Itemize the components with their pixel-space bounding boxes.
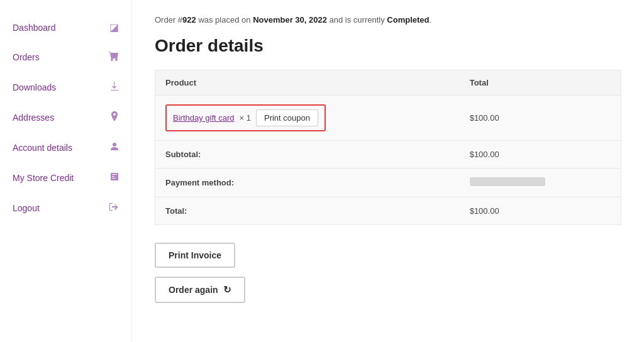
payment-method-value xyxy=(460,168,621,197)
subtotal-label: Subtotal: xyxy=(155,141,460,168)
sidebar-item-addresses[interactable]: Addresses xyxy=(0,102,131,133)
order-again-label: Order again xyxy=(169,285,218,295)
print-coupon-button[interactable]: Print coupon xyxy=(256,109,318,126)
order-again-button[interactable]: Order again ↻ xyxy=(155,277,245,303)
order-notice-prefix: Order # xyxy=(155,15,182,25)
product-quantity: × 1 xyxy=(240,113,251,123)
sidebar-item-label: Dashboard xyxy=(13,23,109,33)
sidebar-item-label: Account details xyxy=(13,143,110,153)
product-row: Birthday gift card × 1 Print coupon $100… xyxy=(155,96,621,141)
downloads-icon xyxy=(110,81,119,94)
payment-method-blur xyxy=(470,177,545,186)
order-notice-suffix: and is currently xyxy=(327,15,387,25)
order-number: 922 xyxy=(182,15,196,25)
dashboard-icon: ◪ xyxy=(109,21,119,33)
orders-icon xyxy=(109,51,119,63)
logout-icon xyxy=(109,202,119,214)
total-value: $100.00 xyxy=(460,197,621,225)
total-label: Total: xyxy=(155,197,460,225)
print-invoice-button[interactable]: Print Invoice xyxy=(155,243,235,268)
product-link[interactable]: Birthday gift card xyxy=(173,113,235,123)
order-table: Product Total Birthday gift card × 1 Pri… xyxy=(155,70,621,225)
action-buttons: Print Invoice Order again ↻ xyxy=(155,243,621,303)
sidebar-item-label: My Store Credit xyxy=(13,173,110,183)
sidebar-item-account-details[interactable]: Account details xyxy=(0,133,131,163)
account-icon xyxy=(110,141,119,154)
product-cell: Birthday gift card × 1 Print coupon xyxy=(155,96,460,141)
addresses-icon xyxy=(110,111,119,124)
main-content: Order #922 was placed on November 30, 20… xyxy=(132,0,644,342)
sidebar-item-logout[interactable]: Logout xyxy=(0,193,131,223)
sidebar-item-dashboard[interactable]: Dashboard ◪ xyxy=(0,13,131,42)
sidebar-item-label: Downloads xyxy=(13,82,110,92)
sidebar-item-label: Logout xyxy=(13,203,109,213)
order-notice-middle: was placed on xyxy=(196,15,253,25)
payment-method-row: Payment method: xyxy=(155,168,621,197)
product-total: $100.00 xyxy=(460,96,621,141)
sidebar-item-label: Orders xyxy=(13,52,109,62)
sidebar-item-my-store-credit[interactable]: My Store Credit xyxy=(0,163,131,193)
store-credit-icon xyxy=(110,172,119,184)
product-column-header: Product xyxy=(155,70,460,96)
product-highlight-wrapper: Birthday gift card × 1 Print coupon xyxy=(165,104,326,131)
order-date: November 30, 2022 xyxy=(253,15,327,25)
page-title: Order details xyxy=(155,36,621,56)
payment-method-label: Payment method: xyxy=(155,168,460,197)
order-notice: Order #922 was placed on November 30, 20… xyxy=(155,15,621,25)
subtotal-row: Subtotal: $100.00 xyxy=(155,141,621,168)
refresh-icon: ↻ xyxy=(223,284,231,295)
total-column-header: Total xyxy=(460,70,621,96)
sidebar-item-downloads[interactable]: Downloads xyxy=(0,72,131,102)
sidebar: Dashboard ◪ Orders Downloads Addresses A… xyxy=(0,0,132,342)
total-row: Total: $100.00 xyxy=(155,197,621,225)
sidebar-item-orders[interactable]: Orders xyxy=(0,42,131,72)
subtotal-value: $100.00 xyxy=(460,141,621,168)
sidebar-item-label: Addresses xyxy=(13,113,110,123)
order-status: Completed xyxy=(387,15,429,25)
